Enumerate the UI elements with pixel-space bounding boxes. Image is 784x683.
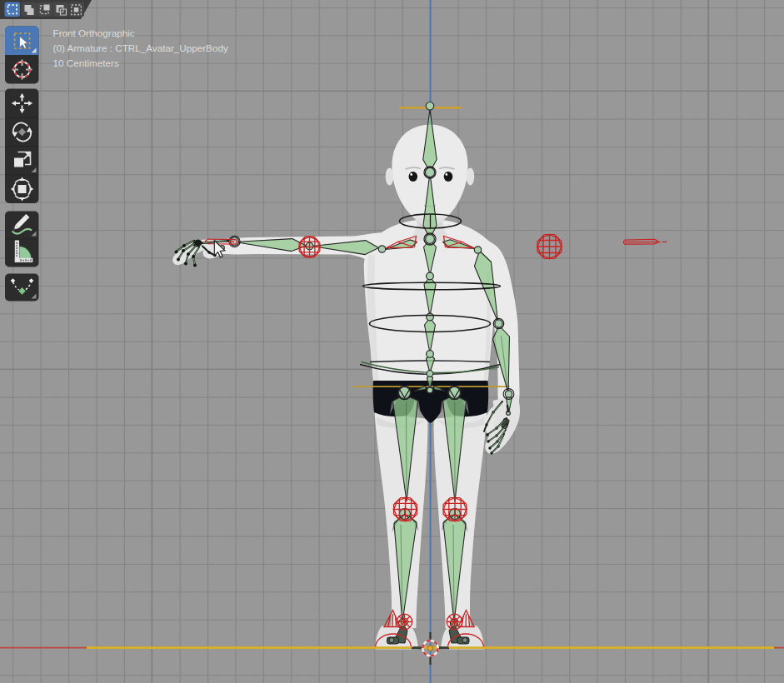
svg-text:(0) Armature : CTRL_Avatar_Upp: (0) Armature : CTRL_Avatar_UpperBody [53,42,228,53]
svg-text:10 Centimeters: 10 Centimeters [53,57,119,68]
svg-text:Front Orthographic: Front Orthographic [53,27,135,38]
